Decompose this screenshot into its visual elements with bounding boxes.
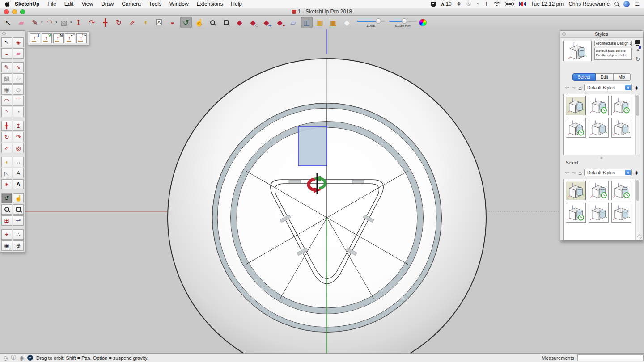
- selected-face[interactable]: [298, 126, 327, 166]
- styles-scrollbar-2[interactable]: [635, 179, 640, 240]
- style-thumbnail-5[interactable]: [589, 118, 609, 138]
- palette-two-point-arc-tool[interactable]: ⌒: [13, 96, 24, 106]
- palette-select-tool[interactable]: ↖: [1, 37, 12, 47]
- shaded-view-box-1[interactable]: ▣: [314, 17, 326, 28]
- shadow-time-slider[interactable]: 01:30 PM: [389, 17, 417, 28]
- forward-arrow-icon[interactable]: ⇨: [572, 84, 576, 91]
- shapes-tool-caret[interactable]: ▾: [70, 21, 72, 24]
- styles-scrollbar-1[interactable]: [635, 94, 640, 155]
- palette-zoom-tool[interactable]: [1, 204, 12, 215]
- style-thumbnail-4[interactable]: [566, 118, 586, 138]
- menu-view[interactable]: View: [77, 1, 97, 7]
- menu-draw[interactable]: Draw: [97, 1, 118, 7]
- palette-rotated-rectangle-tool[interactable]: ▱: [13, 73, 24, 84]
- palette-axes-tool[interactable]: ∗: [1, 179, 12, 189]
- palette-eraser-tool[interactable]: ▰: [13, 48, 24, 59]
- plugin-export[interactable]: ◆➜: [261, 17, 272, 28]
- style-name-field[interactable]: Architectural Design Style: [594, 41, 632, 46]
- palette-tape-measure-tool[interactable]: ◖: [1, 157, 12, 167]
- palette-paint-bucket-tool[interactable]: ◒: [1, 48, 12, 59]
- line-tool[interactable]: ✎: [29, 17, 41, 28]
- measurements-input[interactable]: [577, 354, 644, 361]
- window-title-bar[interactable]: 1 - SketchUp Pro 2018: [0, 8, 644, 16]
- soft-eraser-tool[interactable]: ◆: [341, 17, 353, 28]
- palette-arc-tool[interactable]: ◠: [1, 96, 12, 106]
- move-tool[interactable]: ╋: [100, 17, 111, 28]
- palette-move-tool[interactable]: ╋: [1, 121, 12, 131]
- shapes-tool[interactable]: ▧: [58, 17, 70, 28]
- palette-look-around-tool[interactable]: ◉: [1, 240, 12, 251]
- zoom-tool[interactable]: [207, 17, 219, 28]
- dropdown-stepper-icon[interactable]: ▲▼: [625, 85, 631, 90]
- menu-sketchup[interactable]: SketchUp: [11, 1, 43, 7]
- line-tool-caret[interactable]: ▾: [41, 21, 43, 24]
- style-detail-arrow-icon[interactable]: ➧: [634, 169, 639, 176]
- palette-protractor-tool[interactable]: ◺: [1, 168, 12, 178]
- palette-previous-view-tool[interactable]: ↩: [13, 215, 24, 226]
- menubar-user[interactable]: Chris Rosewarne: [568, 1, 610, 7]
- palette-zoom-window-tool[interactable]: [13, 204, 24, 215]
- palette-scale-tool[interactable]: ⇗: [1, 143, 12, 153]
- palette-follow-me-tool[interactable]: ↷: [13, 132, 24, 142]
- tab-select[interactable]: Select: [572, 73, 596, 81]
- palette-rotate-tool[interactable]: ↻: [1, 132, 12, 142]
- style-detail-arrow-icon[interactable]: ➧: [634, 84, 639, 91]
- palette-walk-tool[interactable]: ∴: [13, 229, 24, 240]
- help-icon[interactable]: ?: [27, 355, 33, 361]
- style-thumbnail-1-selected[interactable]: [566, 181, 586, 200]
- palette-close-button[interactable]: [2, 32, 6, 35]
- menu-camera[interactable]: Camera: [118, 1, 145, 7]
- back-arrow-icon[interactable]: ⇦: [565, 84, 569, 91]
- palette-pan-tool[interactable]: ☝: [13, 193, 24, 203]
- palette-offset-tool[interactable]: ◎: [13, 143, 24, 153]
- credits-icon[interactable]: ⓘ: [11, 354, 16, 362]
- badge-5-icon[interactable]: ⑤: [466, 1, 471, 7]
- minimize-window-button[interactable]: [12, 9, 17, 14]
- style-thumbnail-3[interactable]: [611, 96, 631, 115]
- pan-tool[interactable]: ☝: [194, 17, 205, 28]
- palette-text-tool[interactable]: A: [13, 168, 24, 178]
- shadow-date-slider[interactable]: 11/08: [357, 17, 385, 28]
- spotlight-search-icon[interactable]: [614, 2, 619, 6]
- palette-push-pull-tool[interactable]: ↥: [13, 121, 24, 131]
- style-thumbnail-1-selected[interactable]: [566, 96, 586, 115]
- style-thumbnail-6[interactable]: [611, 118, 631, 138]
- screen-recording-icon[interactable]: [431, 2, 436, 6]
- palette-rectangle-tool[interactable]: ▧: [1, 73, 12, 84]
- styles-panel-close-button[interactable]: [562, 32, 566, 36]
- style-thumbnail-4[interactable]: [566, 203, 586, 223]
- home-icon[interactable]: ⌂: [578, 84, 582, 91]
- joint-push-pull-round-left[interactable]: ▬↑↶: [65, 33, 75, 43]
- plugin-gem-1[interactable]: ◆: [234, 17, 246, 28]
- xray-mode-toggle[interactable]: ◫: [301, 17, 313, 28]
- palette-section-plane-tool[interactable]: ⊕: [13, 240, 24, 251]
- joint-push-pull-vector[interactable]: ▬↑V: [42, 33, 52, 43]
- notification-center-icon[interactable]: ☰: [635, 1, 640, 7]
- push-pull-tool[interactable]: ↥: [73, 17, 85, 28]
- joint-push-pull-normal[interactable]: ▬↑N: [53, 33, 64, 43]
- palette-pie-tool[interactable]: ◔: [13, 107, 24, 117]
- palette-orbit-tool[interactable]: ↺: [1, 193, 12, 203]
- palette-three-point-arc-tool[interactable]: ◝: [1, 107, 12, 117]
- time-machine-icon[interactable]: ◔: [476, 1, 479, 7]
- palette-make-component-tool[interactable]: ◈: [13, 37, 24, 47]
- battery-icon[interactable]: [505, 2, 514, 6]
- palette-polygon-tool[interactable]: ◇: [13, 84, 24, 95]
- palette-title-bar[interactable]: [0, 31, 25, 36]
- palette-dimension-tool[interactable]: ↔: [13, 157, 24, 167]
- palette-position-camera-tool[interactable]: ⌖: [1, 229, 12, 240]
- rotate-tool[interactable]: ↻: [113, 17, 125, 28]
- dropbox-icon[interactable]: ❖: [457, 1, 462, 7]
- section-plane-tool[interactable]: ▱: [288, 17, 299, 28]
- shadow-date-slider-knob[interactable]: [376, 18, 381, 24]
- style-thumbnail-2[interactable]: [589, 181, 609, 200]
- accessibility-icon[interactable]: ✛: [484, 1, 489, 7]
- styles-panel-title-bar[interactable]: Styles: [560, 31, 643, 38]
- style-collection-dropdown-2[interactable]: Default Styles▲▼: [584, 169, 632, 176]
- palette-zoom-extents-tool[interactable]: ⊞: [1, 215, 12, 226]
- zoom-window-tool[interactable]: [220, 17, 232, 28]
- scale-tool[interactable]: ⇗: [127, 17, 138, 28]
- plugin-gem-3[interactable]: ◆●: [274, 17, 286, 28]
- menubar-clock[interactable]: Tue 12:12 pm: [531, 1, 564, 7]
- update-style-icon[interactable]: ◕: [636, 47, 639, 53]
